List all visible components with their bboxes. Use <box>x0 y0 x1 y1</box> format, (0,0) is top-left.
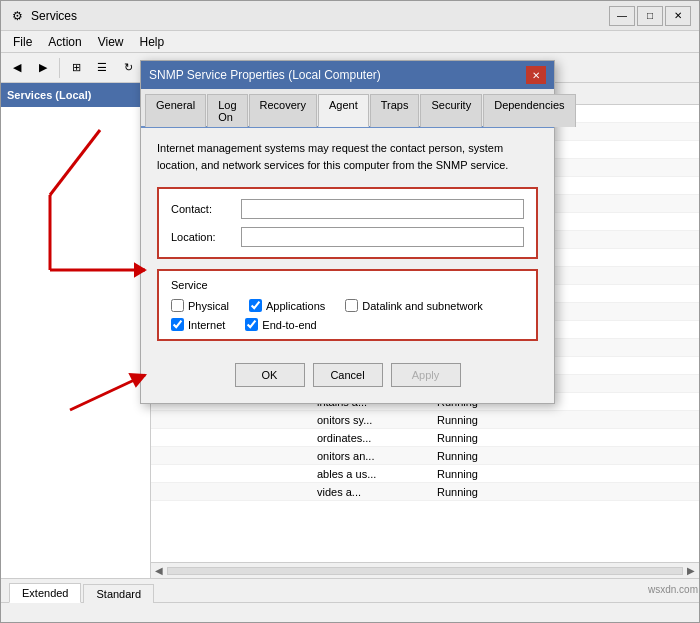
checkbox-datalink[interactable]: Datalink and subnetwork <box>345 299 482 312</box>
title-bar: ⚙ Services — □ ✕ <box>1 1 699 31</box>
location-input[interactable] <box>241 227 524 247</box>
dialog-tab-security[interactable]: Security <box>420 94 482 127</box>
watermark: wsxdn.com <box>648 584 698 595</box>
status-bar <box>1 602 699 622</box>
tab-standard[interactable]: Standard <box>83 584 154 603</box>
minimize-button[interactable]: — <box>609 6 635 26</box>
bottom-tabs: Extended Standard <box>1 578 699 602</box>
details-button[interactable]: ☰ <box>90 56 114 80</box>
sidebar: Services (Local) <box>1 83 151 578</box>
dialog-tab-agent[interactable]: Agent <box>318 94 369 127</box>
contact-location-group: Contact: Location: <box>157 187 538 259</box>
title-bar-text: Services <box>31 9 609 23</box>
checkbox-row-2: Internet End-to-end <box>171 318 524 331</box>
sidebar-header: Services (Local) <box>1 83 150 107</box>
refresh-button[interactable]: ↻ <box>116 56 140 80</box>
physical-label: Physical <box>188 300 229 312</box>
dialog-content: Internet management systems may request … <box>141 128 554 403</box>
internet-checkbox[interactable] <box>171 318 184 331</box>
maximize-button[interactable]: □ <box>637 6 663 26</box>
close-button[interactable]: ✕ <box>665 6 691 26</box>
tab-extended[interactable]: Extended <box>9 583 81 603</box>
dialog-title-text: SNMP Service Properties (Local Computer) <box>149 68 526 82</box>
list-row[interactable]: vides a... Running <box>151 483 699 501</box>
checkbox-row-1: Physical Applications Datalink and subne… <box>171 299 524 312</box>
menu-bar: File Action View Help <box>1 31 699 53</box>
show-hide-button[interactable]: ⊞ <box>64 56 88 80</box>
list-row[interactable]: ables a us... Running <box>151 465 699 483</box>
checkbox-internet[interactable]: Internet <box>171 318 225 331</box>
dialog-tab-log-on[interactable]: Log On <box>207 94 247 127</box>
service-legend: Service <box>171 279 524 291</box>
checkbox-end-to-end[interactable]: End-to-end <box>245 318 316 331</box>
dialog-buttons: OK Cancel Apply <box>157 355 538 391</box>
dialog-tab-general[interactable]: General <box>145 94 206 127</box>
cell-status: Running <box>431 486 511 498</box>
list-row[interactable]: ordinates... Running <box>151 429 699 447</box>
datalink-checkbox[interactable] <box>345 299 358 312</box>
location-row: Location: <box>171 227 524 247</box>
cell-status: Running <box>431 432 511 444</box>
sidebar-header-text: Services (Local) <box>7 89 91 101</box>
dialog-description: Internet management systems may request … <box>157 140 538 173</box>
forward-button[interactable]: ▶ <box>31 56 55 80</box>
cell-description: ordinates... <box>311 432 431 444</box>
list-row[interactable]: onitors an... Running <box>151 447 699 465</box>
apply-button[interactable]: Apply <box>391 363 461 387</box>
cancel-button[interactable]: Cancel <box>313 363 383 387</box>
cell-description: onitors sy... <box>311 414 431 426</box>
menu-file[interactable]: File <box>5 33 40 51</box>
dialog-close-button[interactable]: ✕ <box>526 66 546 84</box>
contact-row: Contact: <box>171 199 524 219</box>
horizontal-scrollbar[interactable]: ◀ ▶ <box>151 562 699 578</box>
menu-action[interactable]: Action <box>40 33 89 51</box>
cell-status: Running <box>431 414 511 426</box>
sidebar-content <box>1 107 150 578</box>
applications-checkbox[interactable] <box>249 299 262 312</box>
dialog-tab-traps[interactable]: Traps <box>370 94 420 127</box>
dialog-tab-recovery[interactable]: Recovery <box>249 94 317 127</box>
contact-input[interactable] <box>241 199 524 219</box>
datalink-label: Datalink and subnetwork <box>362 300 482 312</box>
end-to-end-label: End-to-end <box>262 319 316 331</box>
checkbox-physical[interactable]: Physical <box>171 299 229 312</box>
dialog: SNMP Service Properties (Local Computer)… <box>140 60 555 404</box>
cell-description: ables a us... <box>311 468 431 480</box>
ok-button[interactable]: OK <box>235 363 305 387</box>
cell-status: Running <box>431 468 511 480</box>
dialog-title-bar: SNMP Service Properties (Local Computer)… <box>141 61 554 89</box>
menu-help[interactable]: Help <box>132 33 173 51</box>
dialog-tab-dependencies[interactable]: Dependencies <box>483 94 575 127</box>
back-button[interactable]: ◀ <box>5 56 29 80</box>
checkbox-applications[interactable]: Applications <box>249 299 325 312</box>
internet-label: Internet <box>188 319 225 331</box>
location-label: Location: <box>171 231 241 243</box>
contact-label: Contact: <box>171 203 241 215</box>
physical-checkbox[interactable] <box>171 299 184 312</box>
applications-label: Applications <box>266 300 325 312</box>
cell-description: onitors an... <box>311 450 431 462</box>
title-bar-controls: — □ ✕ <box>609 6 691 26</box>
dialog-tabs: GeneralLog OnRecoveryAgentTrapsSecurityD… <box>141 89 554 128</box>
end-to-end-checkbox[interactable] <box>245 318 258 331</box>
list-row[interactable]: onitors sy... Running <box>151 411 699 429</box>
toolbar-separator-1 <box>59 58 60 78</box>
service-group: Service Physical Applications Datalink a… <box>157 269 538 341</box>
cell-description: vides a... <box>311 486 431 498</box>
app-icon: ⚙ <box>9 8 25 24</box>
cell-status: Running <box>431 450 511 462</box>
menu-view[interactable]: View <box>90 33 132 51</box>
